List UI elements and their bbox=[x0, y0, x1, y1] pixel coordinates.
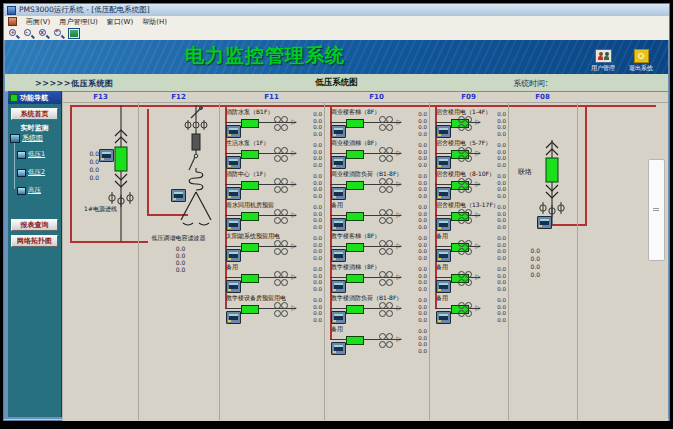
breaker[interactable] bbox=[241, 212, 259, 221]
sidebar-item-reports[interactable]: 报表查询 bbox=[11, 219, 58, 231]
flow-arrow-icon: ▷ bbox=[476, 211, 481, 219]
meter-icon[interactable] bbox=[226, 218, 241, 231]
meter-icon[interactable] bbox=[537, 216, 552, 229]
sidebar-item-home[interactable]: 系统首页 bbox=[11, 108, 58, 120]
measurement-value: 0.0 bbox=[516, 263, 540, 271]
meter-icon[interactable] bbox=[436, 218, 451, 231]
feeder-row: 教学楼客梯（8F）▷0.00.00.00.0 bbox=[324, 231, 429, 262]
flow-arrow-icon: ▷ bbox=[397, 242, 402, 250]
breaker[interactable] bbox=[241, 119, 259, 128]
tree-node-lv1[interactable]: 低压1 bbox=[17, 150, 45, 159]
feeder-values: 0.00.00.00.0 bbox=[403, 297, 427, 323]
diagram-icon bbox=[10, 134, 20, 143]
meter-icon[interactable] bbox=[436, 311, 451, 324]
feeder-values: 0.00.00.00.0 bbox=[482, 111, 506, 137]
meter-icon[interactable] bbox=[436, 125, 451, 138]
breaker[interactable] bbox=[241, 150, 259, 159]
tie-breaker[interactable] bbox=[546, 158, 558, 182]
tree-node-lv2[interactable]: 低压2 bbox=[17, 168, 45, 177]
exit-system-button[interactable]: 退出系统 bbox=[624, 49, 658, 73]
meter-icon[interactable] bbox=[436, 156, 451, 169]
breaker[interactable] bbox=[346, 274, 364, 283]
menu-item-window[interactable]: 窗口(W) bbox=[107, 17, 133, 27]
ct-icon bbox=[281, 178, 287, 194]
measurement-value: 0.0 bbox=[516, 247, 540, 255]
flow-arrow-icon: ▷ bbox=[292, 273, 297, 281]
zoom-fit-icon[interactable]: x bbox=[38, 28, 49, 39]
meter-icon[interactable] bbox=[226, 280, 241, 293]
meter-icon[interactable] bbox=[436, 187, 451, 200]
zoom-window-icon[interactable]: * bbox=[53, 28, 64, 39]
ct-icon bbox=[465, 209, 471, 225]
feeder-row: 备用▷0.00.00.00.0 bbox=[219, 262, 324, 293]
meter-icon[interactable] bbox=[331, 156, 346, 169]
breaker[interactable] bbox=[346, 336, 364, 345]
breaker[interactable] bbox=[346, 181, 364, 190]
meter-icon[interactable] bbox=[226, 311, 241, 324]
breaker[interactable] bbox=[241, 243, 259, 252]
breaker[interactable] bbox=[346, 119, 364, 128]
menu-item-user-management[interactable]: 用户管理(U) bbox=[59, 17, 98, 27]
measurement-value: 0.0 bbox=[482, 193, 506, 200]
meter-icon[interactable] bbox=[331, 249, 346, 262]
feeder-row: 商业楼消防负荷（B1-8F）▷0.00.00.00.0 bbox=[324, 169, 429, 200]
title-bar[interactable]: PMS3000运行系统 - [低压配电系统图] bbox=[4, 4, 669, 16]
flow-arrow-icon: ▷ bbox=[292, 118, 297, 126]
meter-icon[interactable] bbox=[99, 149, 114, 162]
meter-icon[interactable] bbox=[436, 280, 451, 293]
measurement-value: 0.0 bbox=[403, 286, 427, 293]
canvas-scrollbar-thumb[interactable] bbox=[648, 159, 665, 261]
zoom-in-icon[interactable]: + bbox=[8, 28, 19, 39]
flow-arrow-icon: ▷ bbox=[476, 304, 481, 312]
meter-icon[interactable] bbox=[331, 218, 346, 231]
meter-icon[interactable] bbox=[331, 280, 346, 293]
breaker[interactable] bbox=[241, 274, 259, 283]
app-header: 电力监控管理系统 用户管理 退出系统 bbox=[5, 40, 668, 74]
feeder-row: 备用▷0.00.00.00.0 bbox=[429, 231, 508, 262]
measurement-value: 0.0 bbox=[482, 162, 506, 169]
menu-item-help[interactable]: 帮助(H) bbox=[142, 17, 167, 27]
meter-icon[interactable] bbox=[331, 125, 346, 138]
feeder-values: 0.00.00.00.0 bbox=[403, 173, 427, 199]
breaker[interactable] bbox=[346, 243, 364, 252]
measurement-value: 0.0 bbox=[75, 174, 99, 182]
screen-icon[interactable] bbox=[68, 28, 80, 39]
meter-icon[interactable] bbox=[226, 125, 241, 138]
tree-node-system-diagram[interactable]: 系统图 bbox=[10, 133, 43, 143]
menu-item-view[interactable]: 画面(V) bbox=[26, 17, 50, 27]
user-management-button[interactable]: 用户管理 bbox=[584, 49, 622, 73]
meter-icon[interactable] bbox=[331, 187, 346, 200]
feeder-row: 备用▷0.00.00.00.0 bbox=[429, 262, 508, 293]
meter-icon[interactable] bbox=[226, 187, 241, 200]
feeder-values: 0.00.00.00.0 bbox=[298, 111, 322, 137]
breaker[interactable] bbox=[241, 181, 259, 190]
breaker[interactable] bbox=[346, 305, 364, 314]
breaker[interactable] bbox=[346, 212, 364, 221]
feeder-label: 消防中心（1F） bbox=[226, 170, 269, 177]
meter-icon[interactable] bbox=[171, 189, 186, 202]
feeder-values: 0.00.00.00.0 bbox=[298, 173, 322, 199]
ct-icon bbox=[458, 240, 464, 256]
incoming-breaker[interactable] bbox=[115, 147, 127, 171]
exit-icon bbox=[634, 49, 649, 63]
breaker[interactable] bbox=[346, 150, 364, 159]
breaker[interactable] bbox=[241, 305, 259, 314]
meter-icon[interactable] bbox=[226, 249, 241, 262]
meter-icon[interactable] bbox=[331, 311, 346, 324]
sidebar-item-network-topology[interactable]: 网络拓扑图 bbox=[11, 235, 58, 247]
flow-arrow-icon: ▷ bbox=[397, 149, 402, 157]
feeder-row: 太阳能系统预留用电▷0.00.00.00.0 bbox=[219, 231, 324, 262]
meter-icon[interactable] bbox=[436, 249, 451, 262]
app-frame: 电力监控管理系统 用户管理 退出系统 >>>>>低压系统图 低压系统图 系统时间… bbox=[4, 40, 669, 419]
column-divider bbox=[577, 102, 578, 420]
meter-icon[interactable] bbox=[331, 342, 346, 355]
zoom-out-icon[interactable]: - bbox=[23, 28, 34, 39]
column-divider bbox=[138, 102, 139, 420]
feeder-label: 商业楼客梯（8F） bbox=[331, 108, 380, 115]
meter-icon[interactable] bbox=[226, 156, 241, 169]
feeder-values: 0.00.00.00.0 bbox=[482, 266, 506, 292]
ct-icon bbox=[274, 302, 280, 318]
column-header: F08 bbox=[508, 93, 577, 102]
sub-header-bar: >>>>>低压系统图 低压系统图 系统时间: bbox=[5, 74, 668, 92]
tree-node-hv[interactable]: 高压 bbox=[17, 186, 41, 195]
